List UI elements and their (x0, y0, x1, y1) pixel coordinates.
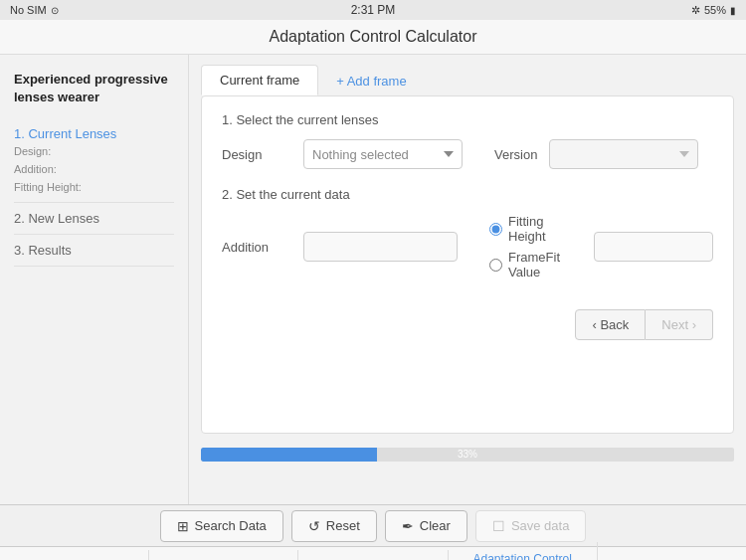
battery-label: 55% (704, 4, 726, 16)
clear-label: Clear (420, 518, 451, 533)
design-label: Design (222, 147, 291, 162)
search-data-label: Search Data (195, 518, 267, 533)
fitting-height-option[interactable]: Fitting Height (489, 214, 580, 244)
save-data-button[interactable]: ☐ Save data (475, 510, 587, 542)
wifi-icon: ⊙ (51, 5, 59, 16)
next-icon: › (692, 317, 696, 332)
nav-adaptation-calculator[interactable]: Adaptation Control Calculator (449, 542, 598, 561)
nav-adaptation-label: Adaptation Control Calculator (473, 552, 572, 561)
radio-group: Fitting Height FrameFit Value (489, 214, 580, 280)
nav-home[interactable]: Home (0, 550, 149, 561)
sidebar-item-current-lenses[interactable]: 1. Current Lenses Design: Addition: Fitt… (14, 120, 174, 203)
framefit-option[interactable]: FrameFit Value (489, 250, 580, 280)
nav-why-zeiss[interactable]: Why ZEISS (149, 550, 298, 561)
tab-current-frame[interactable]: Current frame (201, 65, 318, 95)
progress-bar-fill (201, 448, 377, 462)
app-title-bar: Adaptation Control Calculator (0, 20, 746, 55)
section2-title: 2. Set the current data (222, 187, 713, 202)
fitting-height-label: Fitting Height (508, 214, 580, 244)
clear-button[interactable]: ✒ Clear (385, 510, 467, 542)
tab-add-frame-label: + Add frame (336, 74, 406, 89)
reset-label: Reset (326, 518, 360, 533)
carrier-label: No SIM (10, 4, 47, 16)
progress-label: 33% (458, 448, 477, 462)
nav-individual-profile[interactable]: Individual Profile Analyser (598, 550, 746, 561)
sidebar-item-results-label: Results (28, 243, 71, 258)
tab-current-frame-label: Current frame (220, 73, 299, 88)
sidebar-item-number: 1. (14, 126, 28, 141)
framefit-radio[interactable] (489, 259, 502, 272)
nav-zeiss-progressives[interactable]: ZEISS Progressives (298, 550, 448, 561)
sidebar-item-current-lenses-label: 1. Current Lenses (14, 126, 174, 141)
main-panel: 1. Select the current lenses Design Noth… (201, 95, 734, 434)
design-select[interactable]: Nothing selected (303, 139, 463, 169)
save-data-label: Save data (511, 518, 570, 533)
sidebar-item-new-lenses[interactable]: 2. New Lenses (14, 203, 174, 235)
status-bar-left: No SIM ⊙ (10, 4, 59, 16)
fitting-height-input[interactable] (594, 232, 713, 262)
sidebar: Experienced progressive lenses wearer 1.… (0, 55, 189, 504)
version-select[interactable] (549, 139, 698, 169)
bottom-toolbar: ⊞ Search Data ↺ Reset ✒ Clear ☐ Save dat… (0, 504, 746, 546)
reset-icon: ↺ (308, 518, 320, 534)
bluetooth-icon: ✲ (691, 4, 700, 17)
tab-add-frame[interactable]: + Add frame (322, 67, 420, 95)
addition-label: Addition (222, 240, 291, 255)
design-row: Design Nothing selected Version (222, 139, 713, 169)
reset-button[interactable]: ↺ Reset (291, 510, 377, 542)
framefit-label: FrameFit Value (508, 250, 580, 280)
section1-title: 1. Select the current lenses (222, 112, 713, 127)
status-bar-time: 2:31 PM (351, 3, 396, 17)
progress-bar-bg: 33% (201, 448, 734, 462)
save-data-icon: ☐ (492, 518, 505, 534)
sidebar-item-new-lenses-label: New Lenses (28, 211, 99, 226)
sidebar-title: Experienced progressive lenses wearer (14, 71, 174, 106)
search-data-button[interactable]: ⊞ Search Data (160, 510, 283, 542)
search-data-icon: ⊞ (177, 518, 189, 534)
version-label: Version (494, 147, 537, 162)
sidebar-item-results[interactable]: 3. Results (14, 235, 174, 267)
addition-fitting-row: Addition Fitting Height FrameFit Value (222, 214, 713, 280)
sidebar-item-results-number: 3. (14, 243, 28, 258)
back-icon: ‹ (592, 317, 596, 332)
content-area: Current frame + Add frame 1. Select the … (189, 55, 746, 504)
fitting-group: Fitting Height FrameFit Value (489, 214, 713, 280)
nav-buttons: ‹ Back Next › (222, 309, 713, 340)
app-title: Adaptation Control Calculator (269, 28, 476, 45)
bottom-nav: Home Why ZEISS ZEISS Progressives Adapta… (0, 546, 746, 560)
addition-input[interactable] (303, 232, 458, 262)
main-layout: Experienced progressive lenses wearer 1.… (0, 55, 746, 504)
clear-icon: ✒ (402, 518, 414, 534)
sidebar-sub-info: Design: Addition: Fitting Height: (14, 143, 174, 196)
status-bar-right: ✲ 55% ▮ (691, 4, 736, 17)
next-label: Next (661, 317, 691, 332)
tabs: Current frame + Add frame (189, 55, 746, 95)
battery-icon: ▮ (730, 5, 736, 16)
section2: 2. Set the current data Addition Fitting… (222, 187, 713, 280)
next-button[interactable]: Next › (646, 309, 713, 340)
back-button[interactable]: ‹ Back (575, 309, 646, 340)
sidebar-item-new-lenses-number: 2. (14, 211, 28, 226)
status-bar: No SIM ⊙ 2:31 PM ✲ 55% ▮ (0, 0, 746, 20)
fitting-height-radio[interactable] (489, 223, 502, 236)
sidebar-item-text: Current Lenses (28, 126, 116, 141)
progress-area: 33% (189, 442, 746, 466)
back-label: Back (600, 317, 629, 332)
